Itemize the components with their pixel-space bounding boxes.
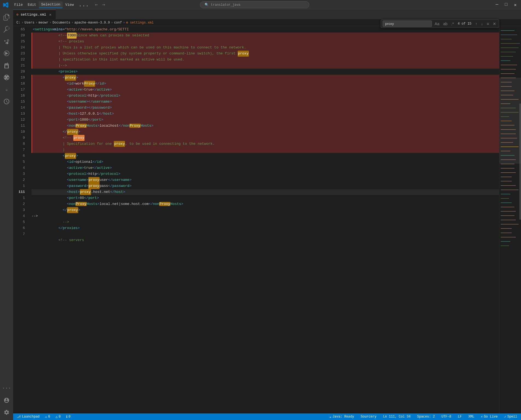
status-golive[interactable]: ⚡ Go Live	[479, 413, 499, 420]
breadcrumb-drive[interactable]: C:	[16, 21, 20, 25]
status-info[interactable]: ℹ 0	[65, 413, 72, 420]
code-line: |-->	[31, 63, 499, 69]
minimize-button[interactable]: ─	[494, 2, 500, 8]
svg-rect-17	[501, 91, 514, 91]
status-spaces[interactable]: Spaces: 2	[415, 413, 436, 420]
nav-forward[interactable]: →	[101, 2, 107, 8]
status-branch[interactable]: ⎇ Launchpad	[15, 413, 41, 420]
line-numbers: 65 20 25 24 23 22 21 20 19 18 17 16 15 1…	[13, 26, 28, 413]
code-content[interactable]: <settings xmlns="http://maven.apache.org…	[28, 26, 499, 413]
search-bar[interactable]: 🔍 translator_java	[200, 1, 309, 8]
status-java[interactable]: ☕ Java: Ready	[328, 413, 356, 420]
minimap-slider[interactable]	[519, 103, 521, 220]
find-list-matches[interactable]: ≡	[486, 21, 490, 27]
status-encoding[interactable]: UTF-8	[440, 413, 453, 420]
menu-more[interactable]: ...	[77, 1, 91, 9]
activity-icon-extensions[interactable]	[1, 60, 12, 71]
breadcrumb-documents[interactable]: Documents	[53, 21, 70, 25]
svg-rect-4	[501, 34, 517, 35]
status-sourcery[interactable]: Sourcery	[359, 413, 378, 420]
activity-icon-explorer[interactable]	[1, 12, 12, 23]
breadcrumb-conf[interactable]: conf	[114, 21, 122, 25]
info-icon: ℹ	[66, 415, 68, 419]
activity-icon-timeline[interactable]	[1, 96, 12, 107]
svg-rect-5	[501, 39, 512, 39]
find-prev[interactable]: ↑	[474, 21, 478, 27]
svg-rect-43	[501, 202, 512, 203]
svg-rect-48	[501, 224, 519, 225]
find-close[interactable]: ✕	[492, 21, 497, 27]
status-spell[interactable]: ✓ Spell	[503, 413, 519, 420]
activity-icon-account[interactable]	[1, 395, 12, 406]
find-match-case[interactable]: Aa	[433, 21, 440, 27]
status-eol[interactable]: LF	[456, 413, 463, 420]
window-controls: ─ □ ✕	[494, 2, 518, 8]
svg-rect-53	[501, 245, 509, 246]
maximize-button[interactable]: □	[503, 2, 509, 8]
find-whole-word[interactable]: ab	[442, 21, 449, 27]
svg-rect-7	[501, 48, 519, 48]
activity-icon-search[interactable]	[1, 24, 12, 35]
java-icon: ☕	[329, 415, 331, 419]
menu-edit[interactable]: Edit	[25, 2, 38, 8]
tab-close-button[interactable]: ✕	[48, 12, 52, 18]
find-next[interactable]: ↓	[480, 21, 484, 27]
status-language[interactable]: XML	[467, 413, 476, 420]
tab-label: settings.xml	[21, 13, 46, 17]
status-position[interactable]: Ln 111, Col 34	[381, 413, 412, 420]
code-line: </proxies>	[31, 225, 499, 231]
status-warnings[interactable]: △ 0	[54, 413, 62, 420]
nav-back[interactable]: ←	[94, 2, 100, 8]
tab-bar: ⚙ settings.xml ✕	[13, 10, 521, 19]
svg-rect-44	[501, 207, 514, 207]
code-line: <active>true</active>	[31, 87, 499, 93]
svg-rect-15	[501, 82, 512, 83]
find-regex[interactable]: .*	[450, 21, 455, 27]
svg-rect-28	[501, 138, 517, 138]
code-line: <!-- proxies	[31, 39, 499, 45]
sourcery-label: Sourcery	[361, 415, 377, 419]
menu-view[interactable]: View	[63, 2, 76, 8]
svg-rect-46	[501, 215, 514, 216]
search-text: translator_java	[211, 3, 240, 7]
breadcrumb-users[interactable]: Users	[25, 21, 34, 25]
activity-icon-java[interactable]: ☕	[1, 84, 12, 95]
code-line: <port>80</port>	[31, 195, 499, 201]
svg-rect-37	[501, 177, 512, 177]
svg-rect-20	[501, 103, 510, 104]
code-line: <active>true</active>	[31, 165, 499, 171]
svg-rect-31	[501, 151, 510, 151]
code-editor[interactable]: 65 20 25 24 23 22 21 20 19 18 17 16 15 1…	[13, 26, 521, 413]
close-button[interactable]: ✕	[512, 2, 518, 8]
tab-settings-xml[interactable]: ⚙ settings.xml ✕	[13, 10, 56, 19]
menu-file[interactable]: File	[12, 2, 25, 8]
breadcrumb-file[interactable]: ⚙ settings.xml	[126, 21, 154, 25]
code-line: </proxy>	[31, 129, 499, 135]
editor-area: ⚙ settings.xml ✕ C: › Users › meowr › Do…	[13, 10, 521, 420]
activity-icon-source-control[interactable]	[1, 36, 12, 47]
activity-icon-remote[interactable]	[1, 72, 12, 83]
find-input[interactable]	[383, 21, 432, 27]
svg-rect-14	[501, 78, 516, 78]
code-line: | specification in this list marked as a…	[31, 57, 499, 63]
activity-icon-more-dots[interactable]: ···	[1, 383, 12, 394]
svg-rect-16	[501, 86, 512, 87]
code-line-current: <host>proxy.host.net</host>	[31, 189, 499, 195]
svg-rect-52	[501, 241, 510, 242]
svg-rect-22	[501, 112, 519, 113]
titlebar: File Edit Selection View ... ← → 🔍 trans…	[0, 0, 521, 10]
svg-rect-38	[501, 181, 512, 181]
breadcrumb-maven[interactable]: apache-maven-3.9.9	[74, 21, 110, 25]
svg-rect-33	[501, 160, 516, 160]
menu-selection[interactable]: Selection	[39, 1, 62, 8]
svg-rect-50	[501, 233, 512, 233]
code-line: <proxy>	[31, 75, 499, 81]
code-line: | This is a list of proxies which can be…	[31, 45, 499, 51]
activity-icon-settings[interactable]	[1, 407, 12, 418]
svg-rect-51	[501, 237, 516, 237]
svg-rect-39	[501, 185, 516, 186]
status-errors[interactable]: ⚠ 0	[43, 413, 52, 420]
code-line: <protocol>http</protocol>	[31, 93, 499, 99]
breadcrumb-meowr[interactable]: meowr	[39, 21, 48, 25]
activity-icon-run[interactable]	[1, 48, 12, 59]
